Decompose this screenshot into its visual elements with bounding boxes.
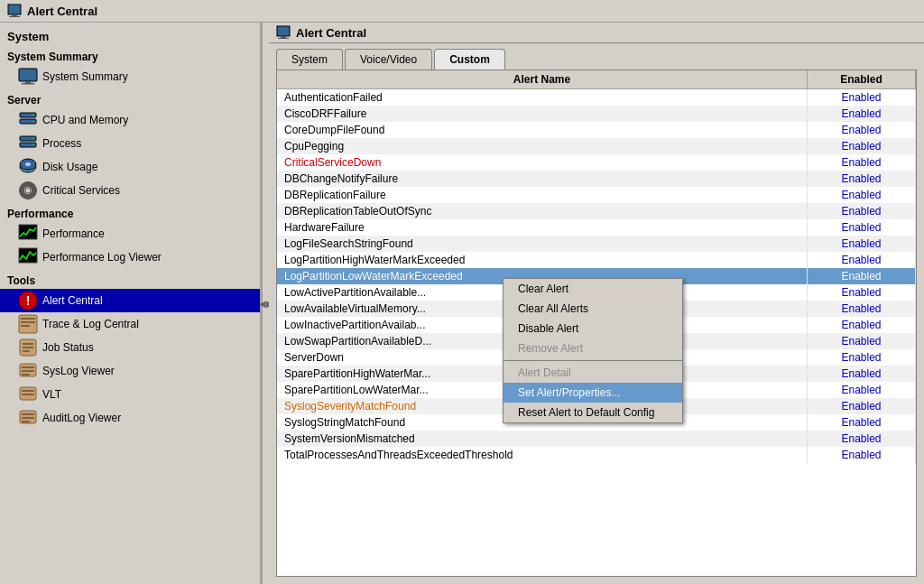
context-menu-item-clear-all-alerts[interactable]: Clear All Alerts: [504, 299, 682, 319]
enabled-cell: Enabled: [808, 414, 916, 431]
context-menu-item-alert-detail: Alert Detail: [504, 363, 682, 383]
server-icon: [18, 110, 38, 130]
sidebar-item-label: SysLog Viewer: [42, 365, 115, 377]
svg-rect-5: [22, 83, 34, 85]
svg-rect-41: [22, 394, 34, 395]
svg-rect-49: [278, 38, 289, 39]
table-row[interactable]: SystemVersionMismatchedEnabled: [277, 431, 916, 447]
table-row[interactable]: CriticalServiceDownEnabled: [277, 154, 916, 171]
table-row[interactable]: HardwareFailureEnabled: [277, 219, 916, 236]
sidebar-item-critical-services[interactable]: Critical Services: [0, 179, 260, 202]
enabled-cell: Enabled: [808, 268, 916, 284]
section-server: Server: [0, 88, 260, 108]
sidebar-item-system-summary[interactable]: System Summary: [0, 65, 260, 88]
table-row[interactable]: LogPartitionHighWaterMarkExceededEnabled: [277, 252, 916, 268]
alert-name-cell: DBReplicationTableOutOfSync: [277, 203, 808, 219]
table-row[interactable]: AuthenticationFailedEnabled: [277, 89, 916, 107]
title-bar: Alert Central: [0, 0, 924, 23]
alert-name-cell: CriticalServiceDown: [277, 154, 808, 171]
alert-name-cell: CoreDumpFileFound: [277, 122, 808, 138]
svg-rect-22: [33, 190, 37, 192]
sidebar-item-alert-central[interactable]: ! Alert Central: [0, 289, 260, 312]
table-row[interactable]: CpuPeggingEnabled: [277, 138, 916, 154]
section-performance: Performance: [0, 202, 260, 222]
table-row[interactable]: DBChangeNotifyFailureEnabled: [277, 171, 916, 187]
context-menu-item-disable-alert[interactable]: Disable Alert: [504, 319, 682, 338]
table-row[interactable]: DBReplicationFailureEnabled: [277, 187, 916, 203]
enabled-cell: Enabled: [808, 431, 916, 447]
sidebar: System System Summary System Summary Ser…: [0, 23, 262, 584]
sidebar-item-trace-log[interactable]: Trace & Log Central: [0, 312, 260, 336]
sidebar-item-auditlog[interactable]: AuditLog Viewer: [0, 406, 260, 430]
alert-name-cell: DBReplicationFailure: [277, 187, 808, 203]
job-icon: [18, 338, 38, 357]
context-menu-item-clear-alert[interactable]: Clear Alert: [504, 279, 682, 299]
content-area: Alert Central System Voice/Video Custom …: [269, 23, 924, 584]
col-alert-name: Alert Name: [277, 70, 808, 89]
table-header-row: Alert Name Enabled: [277, 70, 916, 89]
col-enabled: Enabled: [808, 70, 916, 89]
sidebar-item-performance-log[interactable]: Performance Log Viewer: [0, 246, 260, 269]
sidebar-item-vlt[interactable]: VLT: [0, 383, 260, 406]
svg-rect-0: [8, 5, 21, 14]
svg-rect-36: [22, 366, 34, 368]
enabled-cell: Enabled: [808, 154, 916, 171]
sidebar-item-syslog[interactable]: SysLog Viewer: [0, 359, 260, 383]
enabled-cell: Enabled: [808, 203, 916, 219]
sidebar-item-label: Trace & Log Central: [42, 318, 139, 330]
tab-system[interactable]: System: [276, 49, 343, 70]
disk-icon: [18, 157, 38, 177]
alert-name-cell: DBChangeNotifyFailure: [277, 171, 808, 187]
enabled-cell: Enabled: [808, 236, 916, 252]
enabled-cell: Enabled: [808, 284, 916, 301]
sidebar-item-label: Performance: [42, 227, 105, 240]
svg-rect-32: [23, 343, 33, 345]
gear-icon: [18, 181, 38, 200]
sidebar-item-performance[interactable]: Performance: [0, 222, 260, 246]
alert-name-cell: LogFileSearchStringFound: [277, 236, 808, 252]
svg-rect-40: [22, 390, 34, 392]
sidebar-item-process[interactable]: Process: [0, 132, 260, 155]
context-menu-item-set-alert-properties[interactable]: Set Alert/Properties...: [504, 383, 682, 403]
svg-rect-19: [27, 181, 30, 185]
svg-text:!: !: [26, 293, 31, 308]
tab-custom[interactable]: Custom: [434, 49, 505, 70]
alert-name-cell: CiscoDRFFailure: [277, 106, 808, 122]
svg-point-18: [25, 188, 31, 193]
enabled-cell: Enabled: [808, 333, 916, 349]
svg-rect-38: [22, 374, 30, 375]
enabled-cell: Enabled: [808, 171, 916, 187]
sidebar-item-cpu-memory[interactable]: CPU and Memory: [0, 108, 260, 132]
title-bar-text: Alert Central: [27, 5, 97, 18]
svg-rect-1: [12, 14, 17, 16]
svg-point-13: [32, 144, 34, 146]
context-menu-item-reset-alert[interactable]: Reset Alert to Default Config: [504, 403, 682, 422]
sidebar-item-label: AuditLog Viewer: [42, 412, 121, 424]
svg-rect-33: [23, 347, 33, 348]
enabled-cell: Enabled: [808, 366, 916, 382]
svg-point-16: [25, 162, 31, 166]
sidebar-item-label: Job Status: [42, 341, 94, 354]
table-row[interactable]: TotalProcessesAndThreadsExceededThreshol…: [277, 447, 916, 463]
vlt-icon: [18, 385, 38, 404]
enabled-cell: Enabled: [808, 219, 916, 236]
resize-handle[interactable]: ◀▶: [262, 23, 269, 584]
section-system-summary: System Summary: [0, 45, 260, 65]
table-row[interactable]: CoreDumpFileFoundEnabled: [277, 122, 916, 138]
table-row[interactable]: DBReplicationTableOutOfSyncEnabled: [277, 203, 916, 219]
enabled-cell: Enabled: [808, 447, 916, 463]
svg-rect-3: [19, 69, 37, 81]
sidebar-item-disk-usage[interactable]: Disk Usage: [0, 155, 260, 179]
svg-rect-4: [25, 81, 31, 83]
context-menu-item-remove-alert: Remove Alert: [504, 338, 682, 358]
table-row[interactable]: LogFileSearchStringFoundEnabled: [277, 236, 916, 252]
enabled-cell: Enabled: [808, 122, 916, 138]
svg-rect-29: [21, 321, 35, 323]
enabled-cell: Enabled: [808, 301, 916, 317]
table-row[interactable]: CiscoDRFFailureEnabled: [277, 106, 916, 122]
content-title-icon: [276, 25, 291, 40]
svg-rect-21: [19, 190, 23, 192]
tab-voice-video[interactable]: Voice/Video: [345, 49, 432, 70]
sidebar-item-job-status[interactable]: Job Status: [0, 336, 260, 359]
svg-rect-47: [277, 26, 290, 36]
